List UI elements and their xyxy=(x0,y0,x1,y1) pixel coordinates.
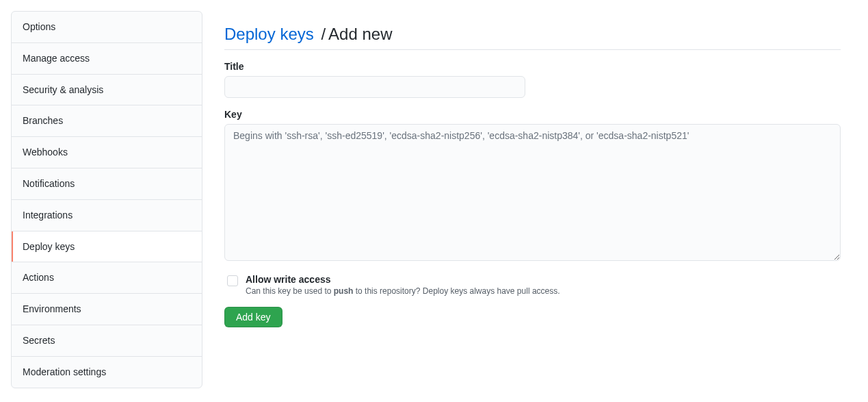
sidebar-item-manage-access[interactable]: Manage access xyxy=(12,43,202,75)
breadcrumb-current: Add new xyxy=(328,25,392,43)
sidebar-item-webhooks[interactable]: Webhooks xyxy=(12,137,202,168)
key-textarea[interactable] xyxy=(224,124,841,261)
allow-write-access-label: Allow write access xyxy=(246,274,560,285)
sidebar-item-deploy-keys[interactable]: Deploy keys xyxy=(12,231,202,263)
allow-write-access-hint: Can this key be used to push to this rep… xyxy=(246,286,560,296)
title-label: Title xyxy=(224,61,841,72)
page-header: Deploy keys /Add new xyxy=(224,25,841,50)
sidebar-item-branches[interactable]: Branches xyxy=(12,105,202,137)
sidebar-item-moderation-settings[interactable]: Moderation settings xyxy=(12,357,202,388)
sidebar-item-notifications[interactable]: Notifications xyxy=(12,168,202,200)
sidebar-item-secrets[interactable]: Secrets xyxy=(12,325,202,357)
sidebar-item-options[interactable]: Options xyxy=(12,12,202,43)
sidebar-item-integrations[interactable]: Integrations xyxy=(12,200,202,231)
title-input[interactable] xyxy=(224,76,525,98)
allow-write-access-checkbox[interactable] xyxy=(227,275,238,286)
sidebar-item-actions[interactable]: Actions xyxy=(12,262,202,294)
breadcrumb-separator: / xyxy=(318,25,328,43)
main-content: Deploy keys /Add new Title Key Allow wri… xyxy=(224,11,857,388)
settings-sidebar: OptionsManage accessSecurity & analysisB… xyxy=(11,11,202,388)
add-key-button[interactable]: Add key xyxy=(224,307,282,327)
key-label: Key xyxy=(224,109,841,120)
sidebar-item-security-analysis[interactable]: Security & analysis xyxy=(12,75,202,106)
breadcrumb-link-deploy-keys[interactable]: Deploy keys xyxy=(224,25,314,43)
sidebar-item-environments[interactable]: Environments xyxy=(12,294,202,325)
